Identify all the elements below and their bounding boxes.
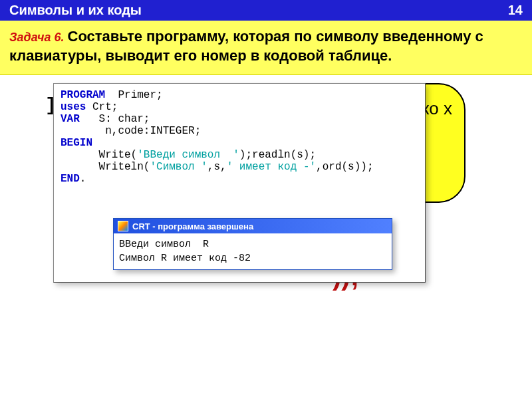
code-string: ' имеет код -' bbox=[227, 161, 316, 173]
crt-output-window: CRT - программа завершена ВВеди символ R… bbox=[113, 218, 392, 270]
task-text: Составьте программу, которая по символу … bbox=[9, 28, 483, 64]
crt-app-icon bbox=[118, 221, 128, 231]
code-text: . bbox=[80, 173, 86, 185]
kw-end: END bbox=[61, 173, 80, 185]
crt-body: ВВеди символ R Символ R имеет код -82 bbox=[114, 233, 392, 269]
crt-titlebar: CRT - программа завершена bbox=[114, 219, 392, 233]
kw-uses: uses bbox=[61, 101, 86, 113]
code-text: ,s, bbox=[207, 161, 227, 173]
code-text: ,ord(s)); bbox=[316, 161, 373, 173]
content-area: ) ко х )); ] ι ι ] ] PROGRAM Primer; use… bbox=[0, 75, 532, 368]
crt-output-line: Символ R имеет код -82 bbox=[119, 253, 251, 264]
task-box: Задача 6. Составьте программу, которая п… bbox=[0, 21, 532, 75]
kw-begin: BEGIN bbox=[61, 137, 92, 149]
code-text: Write( bbox=[61, 149, 137, 161]
code-text: Writeln( bbox=[61, 161, 150, 173]
crt-output-line: ВВеди символ R bbox=[119, 239, 209, 250]
header-title: Символы и их коды bbox=[9, 3, 142, 18]
kw-var: VAR bbox=[61, 113, 80, 125]
code-text: S: char; bbox=[80, 113, 150, 125]
code-text: Primer; bbox=[105, 89, 162, 101]
code-string: 'Символ ' bbox=[150, 161, 207, 173]
task-label: Задача 6. bbox=[9, 31, 68, 44]
code-text: );readln(s); bbox=[239, 149, 316, 161]
kw-program: PROGRAM bbox=[61, 89, 105, 101]
slide-header: Символы и их коды 14 bbox=[0, 0, 532, 21]
code-string: 'ВВеди символ ' bbox=[137, 149, 239, 161]
code-text: Crt; bbox=[86, 101, 118, 113]
crt-title-text: CRT - программа завершена bbox=[132, 221, 253, 231]
header-page-number: 14 bbox=[508, 3, 523, 18]
code-text: n,code:INTEGER; bbox=[61, 125, 201, 137]
